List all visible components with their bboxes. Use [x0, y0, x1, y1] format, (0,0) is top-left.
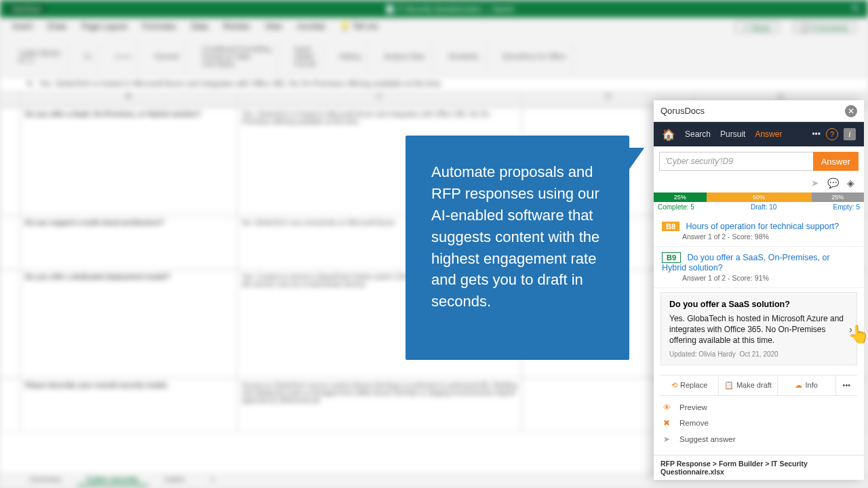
- question-meta: Answer 1 of 2 - Score: 98%: [682, 232, 856, 241]
- question-item[interactable]: B9 Do you offer a SaaS, On-Premises, or …: [654, 247, 864, 288]
- menu-insert[interactable]: Insert: [12, 22, 33, 33]
- nav-answer[interactable]: Answer: [755, 129, 782, 139]
- progress-bar: 25% 50% 25%: [654, 192, 864, 202]
- ribbon: Calibri (Body)B I U 11 ≡ ≡ ≡ General Con…: [0, 37, 868, 77]
- doc-title: 📄 IT Security Questionnaire — Saved: [385, 5, 513, 14]
- menu-acrobat[interactable]: Acrobat: [297, 22, 325, 33]
- label-draft: Draft: 10: [751, 203, 776, 211]
- ribbon-format[interactable]: Format: [294, 60, 316, 68]
- ribbon-delete[interactable]: Delete: [294, 53, 316, 60]
- info-button[interactable]: ☁Info: [778, 375, 836, 395]
- menu-draw[interactable]: Draw: [47, 22, 66, 33]
- label-empty: Empty: 5: [833, 203, 860, 211]
- chevron-right-icon[interactable]: ›: [849, 324, 852, 335]
- menu-page-layout[interactable]: Page Layout: [81, 22, 127, 33]
- suggest-answer-link[interactable]: ➤Suggest answer: [663, 431, 854, 447]
- search-icon[interactable]: 🔍: [852, 5, 861, 14]
- cell[interactable]: Access to GlobaTech source control (Azur…: [237, 378, 522, 432]
- search-input[interactable]: [659, 152, 813, 171]
- title-bar: AutoSave 📄 IT Security Questionnaire — S…: [0, 0, 868, 18]
- menu-view[interactable]: View: [264, 22, 282, 33]
- format-table[interactable]: Format as Table: [202, 53, 271, 60]
- more-actions-button[interactable]: •••: [836, 375, 857, 395]
- cell[interactable]: Do you support a multi-cloud architectur…: [20, 216, 237, 270]
- info-icon[interactable]: i: [844, 128, 856, 140]
- send-icon[interactable]: ➤: [811, 178, 819, 188]
- menu-review[interactable]: Review: [223, 22, 250, 33]
- question-text: Do you offer a SaaS, On-Premises, or Hyb…: [662, 253, 830, 272]
- answer-body: Yes. GlobaTech is hosted in Microsoft Az…: [669, 313, 848, 346]
- tab-matrix[interactable]: matrix: [155, 474, 194, 486]
- cell[interactable]: Please describe your overall security mo…: [20, 378, 237, 432]
- close-icon[interactable]: ✕: [845, 105, 857, 117]
- more-icon[interactable]: •••: [812, 129, 821, 139]
- menu-data[interactable]: Data: [191, 22, 208, 33]
- add-sheet-button[interactable]: +: [201, 474, 224, 486]
- question-meta: Answer 1 of 2 - Score: 91%: [682, 274, 856, 282]
- font-size[interactable]: 11: [77, 41, 99, 73]
- ribbon-insert[interactable]: Insert: [294, 45, 316, 53]
- tab-cyber-security[interactable]: Cyber security: [77, 474, 148, 486]
- cell-badge: B8: [662, 222, 679, 231]
- answer-button[interactable]: Answer: [813, 152, 859, 171]
- font-select[interactable]: Calibri (Body): [19, 49, 60, 57]
- sensitivity[interactable]: Sensitivity: [441, 41, 486, 73]
- comments-button[interactable]: 💬 Comments: [793, 22, 856, 33]
- breadcrumb: RFP Response > Form Builder > IT Securit…: [654, 455, 864, 480]
- formula-bar[interactable]: fx Yes. GlobaTech is hosted in Microsoft…: [0, 77, 868, 92]
- label-complete: Complete: 5: [658, 203, 694, 211]
- tab-overview[interactable]: Overview: [20, 474, 71, 486]
- menu-bar: Insert Draw Page Layout Formulas Data Re…: [0, 18, 868, 37]
- home-icon[interactable]: 🏠: [662, 128, 675, 141]
- qorusdocs-panel: QorusDocs ✕ 🏠 Search Pursuit Answer ••• …: [654, 100, 864, 480]
- answer-card[interactable]: Do you offer a SaaS solution? Yes. Globa…: [660, 292, 857, 365]
- col-b[interactable]: B: [20, 92, 237, 106]
- qorusdocs-addin[interactable]: QorusDocs for Office: [496, 41, 573, 73]
- menu-formulas[interactable]: Formulas: [142, 22, 176, 33]
- chat-icon[interactable]: 💬: [827, 178, 839, 188]
- help-icon[interactable]: ?: [826, 128, 838, 140]
- panel-title: QorusDocs: [660, 106, 705, 116]
- remove-link[interactable]: ✖Remove: [663, 415, 854, 431]
- cell-styles[interactable]: Cell Styles: [202, 60, 271, 68]
- preview-link[interactable]: 👁Preview: [663, 400, 854, 415]
- conditional-formatting[interactable]: Conditional Formatting: [202, 45, 271, 53]
- nav-pursuit[interactable]: Pursuit: [720, 129, 745, 139]
- ribbon-editing[interactable]: Editing: [333, 41, 368, 73]
- col-c[interactable]: C: [237, 92, 522, 106]
- cell-badge: B9: [662, 252, 681, 263]
- autosave-toggle[interactable]: AutoSave: [7, 5, 47, 14]
- number-format[interactable]: General: [148, 41, 186, 73]
- eraser-icon[interactable]: ◈: [847, 178, 854, 188]
- progress-complete: 25%: [654, 192, 707, 202]
- menu-tell-me[interactable]: 💡 Tell me: [340, 22, 378, 33]
- cell[interactable]: Do you offer a dedicated deployment mode…: [20, 270, 237, 378]
- analyze-data[interactable]: Analyze Data: [377, 41, 431, 73]
- cell[interactable]: Do you offer a SaaS, On-Premises, or Hyb…: [20, 107, 237, 216]
- question-text: Hours of operation for technical support…: [686, 222, 839, 231]
- replace-button[interactable]: ⟲Replace: [660, 375, 719, 395]
- question-item[interactable]: B8 Hours of operation for technical supp…: [654, 216, 864, 247]
- make-draft-button[interactable]: 📋Make draft: [719, 375, 777, 395]
- marketing-callout: Automate proposals and RFP responses usi…: [406, 136, 629, 360]
- nav-search[interactable]: Search: [685, 129, 711, 139]
- share-button[interactable]: ↗ Share: [735, 22, 778, 33]
- answer-date: Oct 21, 2020: [739, 350, 778, 358]
- progress-empty: 25%: [812, 192, 865, 202]
- answer-updated: Updated: Olivia Hardy: [669, 350, 736, 358]
- progress-draft: 50%: [707, 192, 812, 202]
- answer-title: Do you offer a SaaS solution?: [669, 300, 848, 309]
